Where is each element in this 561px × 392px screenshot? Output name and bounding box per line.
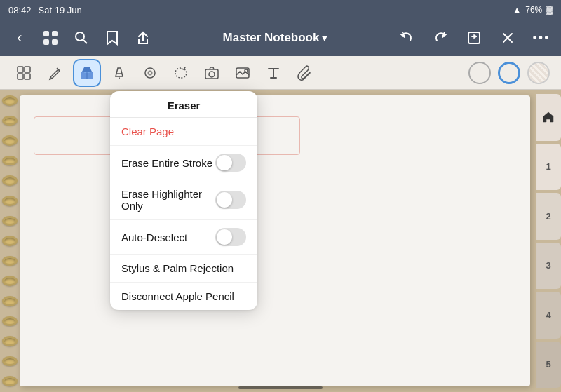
spiral-ring [2, 116, 18, 126]
empty-circle-swatch[interactable] [468, 62, 491, 84]
tab-5[interactable]: 5 [536, 342, 561, 388]
disconnect-apple-pencil-item[interactable]: Disconnect Apple Pencil [110, 283, 257, 310]
back-button[interactable]: ‹ [6, 24, 34, 52]
lasso-tool-button[interactable] [168, 60, 194, 86]
svg-rect-2 [43, 39, 49, 45]
svg-point-18 [148, 71, 152, 75]
erase-highlighter-only-toggle[interactable] [215, 191, 246, 209]
bookmark-button[interactable] [98, 24, 126, 52]
erase-entire-stroke-label: Erase Entire Stroke [121, 157, 212, 169]
disconnect-apple-pencil-label: Disconnect Apple Pencil [121, 290, 234, 302]
battery-percent: 76% [525, 5, 542, 15]
svg-point-17 [145, 68, 155, 78]
pattern-circle-swatch[interactable] [527, 62, 550, 84]
text-tool-button[interactable] [261, 60, 286, 86]
svg-point-22 [245, 69, 248, 72]
close-icon [502, 32, 513, 43]
redo-button[interactable] [426, 24, 454, 52]
search-icon [74, 31, 88, 45]
tab-2[interactable]: 2 [536, 193, 561, 240]
erase-entire-stroke-item[interactable]: Erase Entire Stroke [110, 146, 257, 180]
toggle-thumb [217, 155, 232, 170]
spiral-ring [2, 196, 18, 206]
pencil-tool-button[interactable] [107, 60, 132, 86]
page-tabs: 1 2 3 4 5 [536, 90, 561, 392]
spiral-ring [2, 336, 18, 346]
spiral-ring [2, 276, 18, 286]
attach-tool-button[interactable] [292, 60, 317, 86]
auto-deselect-toggle[interactable] [215, 228, 246, 246]
image-tool-button[interactable] [230, 60, 255, 86]
stylus-palm-rejection-item[interactable]: Stylus & Palm Rejection [110, 255, 257, 283]
spiral-ring [2, 135, 18, 146]
svg-rect-10 [25, 67, 30, 72]
text-icon [266, 65, 281, 81]
select-icon [16, 65, 32, 81]
spiral-ring [2, 175, 18, 186]
export-icon [467, 31, 481, 45]
export-button[interactable] [460, 24, 488, 52]
tab-2-label: 2 [546, 211, 550, 222]
home-icon [542, 111, 555, 123]
shape-tool-button[interactable] [137, 60, 163, 86]
tab-5-label: 5 [546, 359, 550, 370]
toolbar: ‹ [0, 20, 561, 56]
close-button[interactable] [494, 24, 522, 52]
eraser-menu-title: Eraser [110, 91, 257, 118]
search-button[interactable] [67, 24, 95, 52]
apps-button[interactable] [36, 24, 65, 52]
spiral-ring [2, 296, 18, 306]
auto-deselect-label: Auto-Deselect [121, 231, 187, 243]
bookmark-icon [106, 30, 119, 46]
svg-rect-1 [52, 31, 58, 36]
svg-rect-9 [18, 67, 23, 72]
tab-4-label: 4 [546, 310, 550, 320]
spiral-ring [2, 376, 18, 386]
svg-point-4 [76, 32, 84, 41]
pen-tool-button[interactable] [42, 60, 67, 86]
toolbar-right: ••• [393, 24, 555, 52]
image-icon [235, 65, 250, 81]
tab-3-label: 3 [546, 260, 550, 271]
erase-highlighter-only-label: Erase Highlighter Only [121, 188, 215, 212]
shape-icon [142, 65, 158, 81]
auto-deselect-item[interactable]: Auto-Deselect [110, 220, 257, 255]
camera-tool-button[interactable] [199, 60, 224, 86]
share-icon [136, 31, 150, 45]
notebook-title[interactable]: Master Notebook ▾ [223, 31, 327, 45]
eraser-icon [79, 65, 95, 81]
blue-circle-swatch[interactable] [498, 62, 520, 84]
spiral-ring [2, 216, 18, 227]
select-tool-button[interactable] [11, 60, 36, 86]
svg-rect-3 [52, 39, 58, 45]
stylus-palm-rejection-label: Stylus & Palm Rejection [121, 262, 234, 274]
undo-icon [400, 31, 414, 45]
tab-3[interactable]: 3 [536, 243, 561, 290]
erase-highlighter-only-item[interactable]: Erase Highlighter Only [110, 180, 257, 220]
spiral-ring [2, 156, 18, 166]
toggle-thumb [217, 192, 232, 208]
more-button[interactable]: ••• [527, 24, 555, 52]
time: 08:42 [8, 5, 32, 15]
tab-4[interactable]: 4 [536, 292, 561, 339]
apps-icon [43, 30, 58, 46]
undo-button[interactable] [393, 24, 421, 52]
spiral-ring [2, 356, 18, 367]
page-content [20, 95, 530, 169]
erase-entire-stroke-toggle[interactable] [215, 154, 246, 172]
redo-icon [433, 31, 447, 45]
status-right: ▲ 76% ▓ [513, 5, 553, 15]
tab-1[interactable]: 1 [536, 144, 561, 191]
battery-icon: ▓ [546, 5, 553, 15]
tab-home[interactable] [536, 94, 561, 141]
pen-icon [47, 65, 62, 81]
clear-page-item[interactable]: Clear Page [110, 118, 257, 146]
spiral-ring [2, 236, 18, 246]
share-button[interactable] [129, 24, 157, 52]
toolbar-center: Master Notebook ▾ [223, 31, 327, 45]
svg-point-20 [209, 72, 215, 77]
spiral-ring [2, 316, 18, 327]
eraser-tool-button[interactable] [73, 59, 101, 87]
toolbar-left: ‹ [6, 24, 157, 52]
svg-rect-16 [86, 72, 88, 79]
